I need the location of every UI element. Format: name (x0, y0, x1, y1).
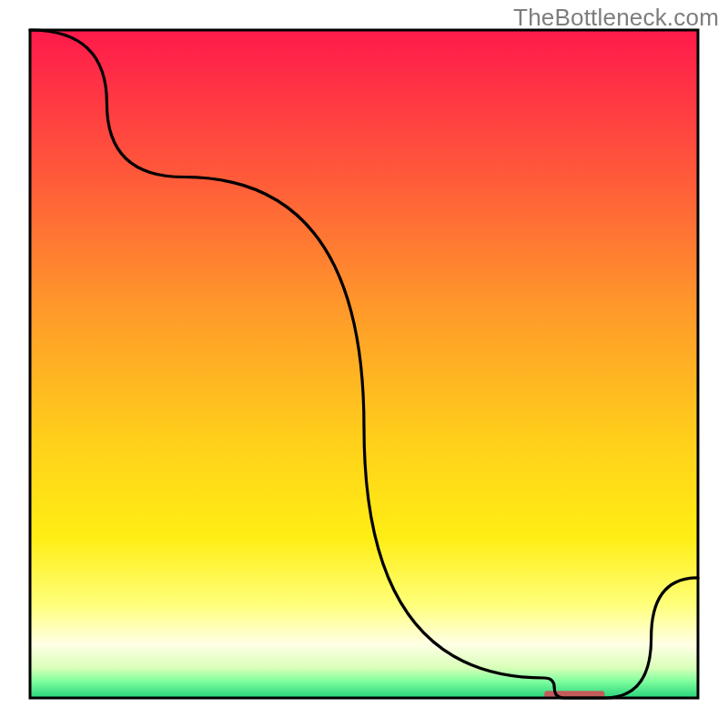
chart-container: TheBottleneck.com (0, 0, 728, 728)
bottleneck-chart (0, 0, 728, 728)
heat-gradient (30, 30, 698, 698)
